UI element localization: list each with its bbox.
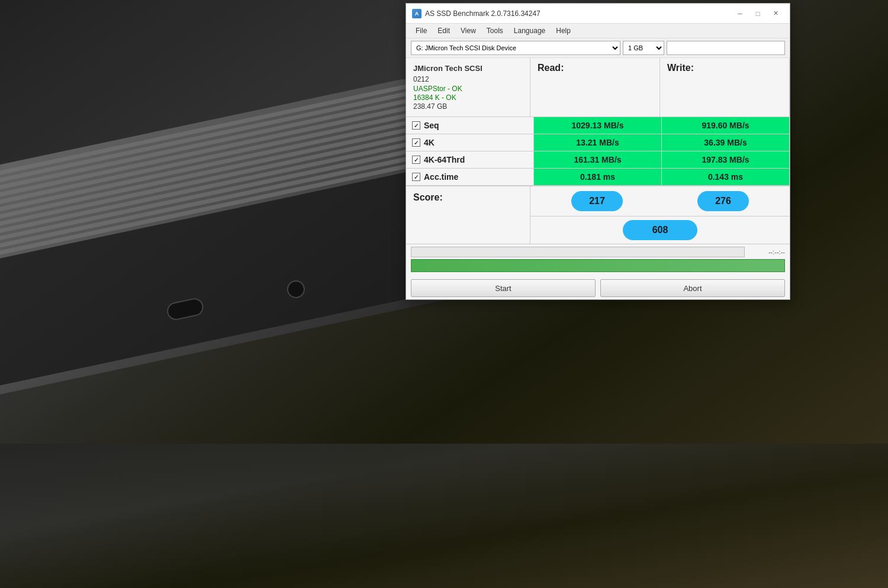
4k64-label: ✓ 4K-64Thrd (406, 151, 534, 168)
column-headers: Read: Write: (530, 58, 790, 117)
toolbar: G: JMicron Tech SCSI Disk Device 1 GB 2 … (406, 38, 790, 58)
svg-rect-17 (0, 444, 888, 588)
4k64-read: 161.31 MB/s (534, 151, 662, 168)
window-controls: ─ □ ✕ (732, 7, 784, 20)
4k-label: ✓ 4K (406, 134, 534, 151)
acctime-write: 0.143 ms (662, 169, 790, 185)
device-name: JMicron Tech SCSI (413, 64, 523, 73)
write-header: Write: (660, 58, 790, 117)
4k-write: 36.39 MB/s (662, 134, 790, 151)
menu-edit[interactable]: Edit (433, 25, 455, 37)
title-bar: A AS SSD Benchmark 2.0.7316.34247 ─ □ ✕ (406, 4, 790, 24)
device-info: JMicron Tech SCSI 0212 UASPStor - OK 163… (406, 58, 530, 117)
size-select[interactable]: 1 GB 2 GB 4 GB (623, 41, 664, 55)
score-total-row: 608 (530, 217, 790, 244)
top-section: JMicron Tech SCSI 0212 UASPStor - OK 163… (406, 58, 790, 117)
read-header: Read: (530, 58, 660, 117)
device-status2: 16384 K - OK (413, 93, 523, 102)
progress-text-bar (411, 247, 745, 257)
maximize-button[interactable]: □ (749, 7, 766, 20)
progress-bar-green (411, 259, 785, 272)
close-button[interactable]: ✕ (767, 7, 784, 20)
content-area: JMicron Tech SCSI 0212 UASPStor - OK 163… (406, 58, 790, 299)
device-size: 238.47 GB (413, 102, 523, 111)
score-write-container: 276 (664, 191, 783, 211)
4k-read: 13.21 MB/s (534, 134, 662, 151)
title-left: A AS SSD Benchmark 2.0.7316.34247 (412, 9, 540, 18)
4k64-checkbox[interactable]: ✓ (412, 156, 420, 164)
bench-row-acctime: ✓ Acc.time 0.181 ms 0.143 ms (406, 169, 790, 186)
score-total-value: 608 (623, 220, 698, 240)
progress-text-input (667, 41, 785, 55)
seq-checkbox[interactable]: ✓ (412, 121, 420, 130)
progress-text-row: --:--:-- (411, 247, 785, 257)
abort-button[interactable]: Abort (600, 279, 785, 297)
app-icon: A (412, 9, 422, 18)
score-top-row: 217 276 (530, 186, 790, 217)
seq-label: ✓ Seq (406, 117, 534, 134)
menu-tools[interactable]: Tools (482, 25, 508, 37)
seq-read: 1029.13 MB/s (534, 117, 662, 134)
bench-row-4k64: ✓ 4K-64Thrd 161.31 MB/s 197.83 MB/s (406, 151, 790, 169)
score-label: Score: (406, 186, 530, 244)
acctime-checkbox[interactable]: ✓ (412, 173, 420, 181)
menu-help[interactable]: Help (551, 25, 575, 37)
menu-file[interactable]: File (411, 25, 432, 37)
score-write-value: 276 (697, 191, 749, 211)
benchmark-window: A AS SSD Benchmark 2.0.7316.34247 ─ □ ✕ … (406, 3, 790, 300)
menu-view[interactable]: View (456, 25, 481, 37)
score-read-value: 217 (571, 191, 623, 211)
progress-time: --:--:-- (749, 248, 785, 256)
menu-language[interactable]: Language (509, 25, 550, 37)
bench-row-seq: ✓ Seq 1029.13 MB/s 919.60 MB/s (406, 117, 790, 134)
4k64-write: 197.83 MB/s (662, 151, 790, 168)
acctime-label: ✓ Acc.time (406, 169, 534, 185)
score-section: Score: 217 276 608 (406, 186, 790, 244)
minimize-button[interactable]: ─ (732, 7, 748, 20)
score-read-container: 217 (538, 191, 657, 211)
device-status1: UASPStor - OK (413, 85, 523, 93)
button-row: Start Abort (406, 277, 790, 299)
4k-checkbox[interactable]: ✓ (412, 138, 420, 147)
window-title: AS SSD Benchmark 2.0.7316.34247 (425, 9, 540, 18)
start-button[interactable]: Start (411, 279, 596, 297)
score-values-area: 217 276 608 (530, 186, 790, 244)
acctime-read: 0.181 ms (534, 169, 662, 185)
bench-row-4k: ✓ 4K 13.21 MB/s 36.39 MB/s (406, 134, 790, 151)
device-select[interactable]: G: JMicron Tech SCSI Disk Device (411, 41, 620, 55)
seq-write: 919.60 MB/s (662, 117, 790, 134)
bottom-area: --:--:-- (406, 244, 790, 277)
device-model: 0212 (413, 75, 523, 83)
menu-bar: File Edit View Tools Language Help (406, 24, 790, 38)
